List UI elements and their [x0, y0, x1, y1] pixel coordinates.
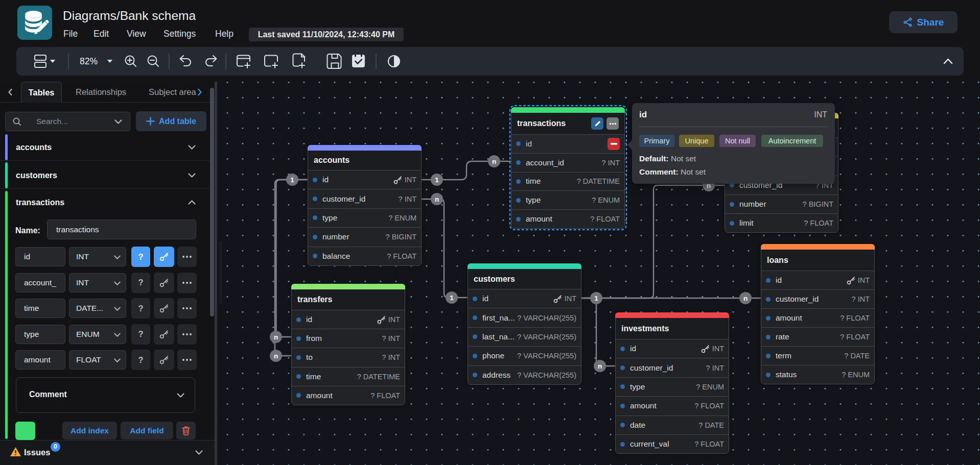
svg-text:82%: 82%	[80, 56, 98, 66]
